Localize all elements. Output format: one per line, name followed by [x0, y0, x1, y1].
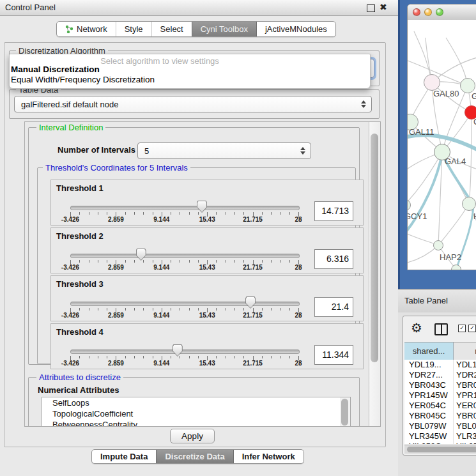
table-row[interactable]: YBR043CYBR043C [404, 380, 476, 390]
gear-icon[interactable]: ⚙ [411, 320, 422, 335]
slider-tick [226, 260, 226, 263]
zoom-traffic-light-icon[interactable] [436, 8, 443, 16]
algorithm-option[interactable]: Equal Width/Frequency Discretization [11, 75, 364, 85]
minimize-traffic-light-icon[interactable] [424, 8, 432, 16]
threshold-label: Threshold 1 [56, 183, 104, 193]
tab-select[interactable]: Select [151, 22, 192, 36]
slider-tick [262, 212, 263, 215]
slider-tick [189, 212, 190, 215]
column-header-name[interactable]: name [454, 342, 476, 360]
slider-tick [134, 308, 135, 311]
threshold-label: Threshold 3 [56, 279, 104, 289]
settings-scrollbar-thumb[interactable] [371, 134, 378, 362]
column-header-shared-name[interactable]: shared... [404, 342, 454, 360]
threshold-label: Threshold 2 [56, 231, 104, 241]
table-row[interactable]: YPR145WYPR145W [404, 390, 476, 401]
number-of-intervals-value: 5 [144, 143, 149, 158]
number-of-intervals-combobox[interactable]: 5 [137, 142, 311, 159]
slider-tick-label: 2.859 [108, 216, 124, 223]
slider-tick-label: -3.426 [61, 264, 79, 271]
table-panel-header: Table Panel [398, 289, 476, 314]
settings-scrollbar[interactable] [369, 122, 380, 426]
slider-tick [180, 212, 180, 215]
slider-track[interactable] [70, 302, 300, 306]
slider-tick [79, 260, 80, 263]
table-row[interactable]: YER054CYER054C [404, 401, 476, 411]
close-icon[interactable]: ✖ [380, 2, 387, 12]
tab-impute-data[interactable]: Impute Data [92, 450, 156, 463]
split-columns-icon[interactable] [434, 323, 448, 335]
slider-thumb[interactable] [173, 344, 183, 357]
network-node[interactable] [462, 197, 476, 211]
threshold-panel: Threshold 1-3.4262.8599.14415.4321.71528… [50, 180, 364, 226]
slider-tick-label: 15.43 [199, 264, 215, 271]
slider-thumb[interactable] [197, 201, 207, 213]
attributes-scrollbar-thumb[interactable] [341, 399, 348, 426]
slider-track[interactable] [70, 349, 300, 354]
network-node-label: HAP2 [440, 252, 461, 262]
tab-infer-network[interactable]: Infer Network [233, 450, 303, 463]
slider-tick-label: 9.144 [153, 312, 169, 319]
settings-scrollpane: Interval Definition Number of Intervals … [24, 121, 381, 427]
table-data-combobox[interactable]: galFiltered.sif default node [14, 96, 372, 112]
slider-tick-label: 2.859 [108, 312, 124, 319]
tab-cyni-toolbox[interactable]: Cyni Toolbox [192, 22, 256, 36]
slider-thumb[interactable] [136, 249, 146, 261]
attribute-list-item[interactable]: SelfLoops [42, 397, 341, 408]
top-tab-bar: NetworkStyleSelectCyni ToolboxjActiveMNo… [56, 21, 336, 37]
numerical-attributes-list[interactable]: SelfLoopsTopologicalCoefficientBetweenne… [42, 397, 341, 427]
slider-tick-label: 21.715 [243, 312, 263, 319]
table-horizontal-scrollbar[interactable] [404, 445, 476, 454]
network-window: GAL80GACGAL11GAL4GCY1HHAP2 [407, 4, 476, 270]
slider-tick [289, 356, 290, 358]
attributes-list-scrollbar[interactable] [340, 397, 351, 427]
slider-tick-label: 2.859 [108, 360, 124, 367]
slider-tick [280, 212, 280, 215]
slider-track[interactable] [70, 206, 300, 210]
slider-track[interactable] [70, 254, 300, 258]
checkbox-icon[interactable]: ✓ [468, 325, 476, 332]
network-node-label: GAL11 [409, 127, 434, 137]
slider-tick-label: 15.43 [199, 216, 215, 223]
slider-tick [89, 212, 89, 215]
slider-tick-label: -3.426 [61, 312, 79, 319]
threshold-value-field[interactable]: 21.4 [314, 297, 353, 317]
cell-name: YDR27... [454, 370, 476, 380]
cell-name: YER054C [454, 401, 476, 411]
threshold-value-field[interactable]: 14.713 [314, 201, 353, 221]
float-icon[interactable] [367, 4, 375, 12]
panel-title: Control Panel [5, 3, 56, 12]
table-row[interactable]: YLR345WYLR345W [404, 431, 476, 441]
threshold-value-field[interactable]: 6.316 [314, 249, 353, 269]
slider-tick [125, 308, 126, 311]
tab-style[interactable]: Style [116, 22, 151, 36]
network-canvas[interactable]: GAL80GACGAL11GAL4GCY1HHAP2 [408, 20, 476, 270]
close-traffic-light-icon[interactable] [413, 8, 420, 16]
slider-tick-label: 28 [295, 216, 302, 223]
slider-tick [198, 356, 199, 358]
slider-thumb[interactable] [245, 296, 256, 309]
table-hscrollbar-thumb[interactable] [407, 447, 476, 452]
table-row[interactable]: YBL079WYBL079W [404, 421, 476, 431]
table-row[interactable]: YDL19...YDL19... [404, 360, 476, 370]
tab-jactivemnodules[interactable]: jActiveMNodules [256, 22, 335, 36]
cell-shared-name: YBR043C [404, 380, 454, 390]
table-row[interactable]: YBR045CYBR045C [404, 411, 476, 421]
apply-button[interactable]: Apply [170, 429, 215, 443]
table-row[interactable]: YDR27...YDR27... [404, 370, 476, 380]
threshold-value-field[interactable]: 11.344 [314, 345, 353, 365]
tab-discretize-data[interactable]: Discretize Data [156, 450, 233, 463]
table-header-row: shared...name [404, 342, 476, 361]
attribute-list-item[interactable]: BetweennessCentrality [42, 419, 341, 427]
cell-shared-name: YER054C [404, 401, 454, 411]
table-row[interactable]: YIL052CYIL052C [404, 441, 476, 444]
slider-tick [216, 260, 217, 263]
tab-network[interactable]: Network [57, 22, 116, 36]
slider-tick [226, 356, 226, 358]
algorithm-option[interactable]: Manual Discretization [11, 65, 364, 75]
cell-name: YIL052C [454, 441, 476, 444]
attribute-list-item[interactable]: TopologicalCoefficient [42, 408, 341, 419]
checkbox-icon[interactable]: ✓ [458, 325, 466, 332]
table-rows: YDL19...YDL19...YDR27...YDR27...YBR043CY… [404, 360, 476, 444]
network-node[interactable] [433, 240, 443, 250]
